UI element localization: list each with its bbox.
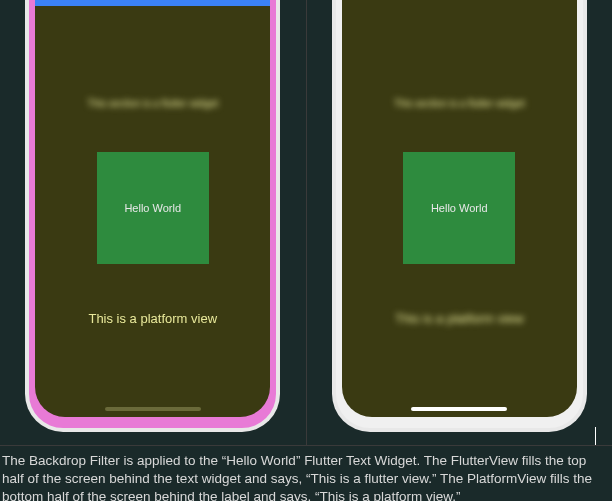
hello-world-text: Hello World: [431, 202, 488, 214]
home-indicator-icon: [411, 407, 507, 411]
status-bar: [35, 0, 270, 6]
phone-screen: This section is a flutter widget Hello W…: [35, 0, 270, 417]
comparison-cell-left: This section is a flutter widget Hello W…: [0, 0, 307, 446]
hello-world-widget: Hello World: [97, 152, 209, 264]
flutter-view-label: This section is a flutter widget: [342, 98, 577, 109]
phone-mockup-left: This section is a flutter widget Hello W…: [25, 0, 280, 432]
hello-world-widget: Hello World: [403, 152, 515, 264]
comparison-cell-right: This section is a flutter widget Hello W…: [307, 0, 613, 446]
hello-world-text: Hello World: [124, 202, 181, 214]
phone-screen: This section is a flutter widget Hello W…: [342, 0, 577, 417]
comparison-row: This section is a flutter widget Hello W…: [0, 0, 612, 446]
text-cursor-icon: [595, 427, 596, 445]
figure-caption: The Backdrop Filter is applied to the “H…: [0, 446, 612, 501]
home-indicator-icon: [105, 407, 201, 411]
flutter-view-label: This section is a flutter widget: [35, 98, 270, 109]
platform-view-label: This is a platform view: [342, 311, 577, 326]
platform-view-label: This is a platform view: [35, 311, 270, 326]
phone-mockup-right: This section is a flutter widget Hello W…: [332, 0, 587, 432]
